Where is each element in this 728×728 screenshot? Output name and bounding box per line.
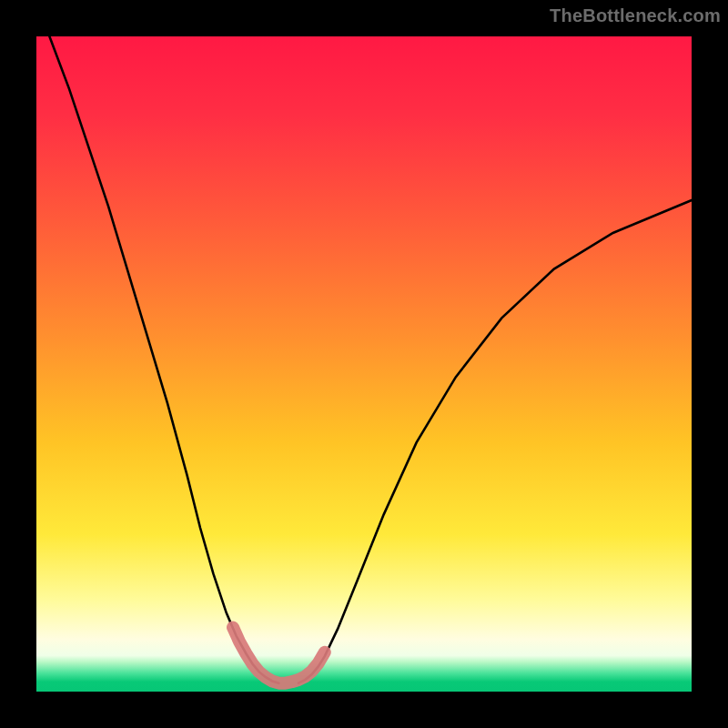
- left-curve: [49, 36, 278, 683]
- bottom-pink-highlight: [233, 627, 325, 682]
- watermark-text: TheBottleneck.com: [550, 5, 721, 26]
- plot-area: [36, 36, 692, 692]
- right-curve: [298, 200, 692, 683]
- chart-stage: TheBottleneck.com: [0, 0, 728, 728]
- curves-svg: [36, 36, 692, 692]
